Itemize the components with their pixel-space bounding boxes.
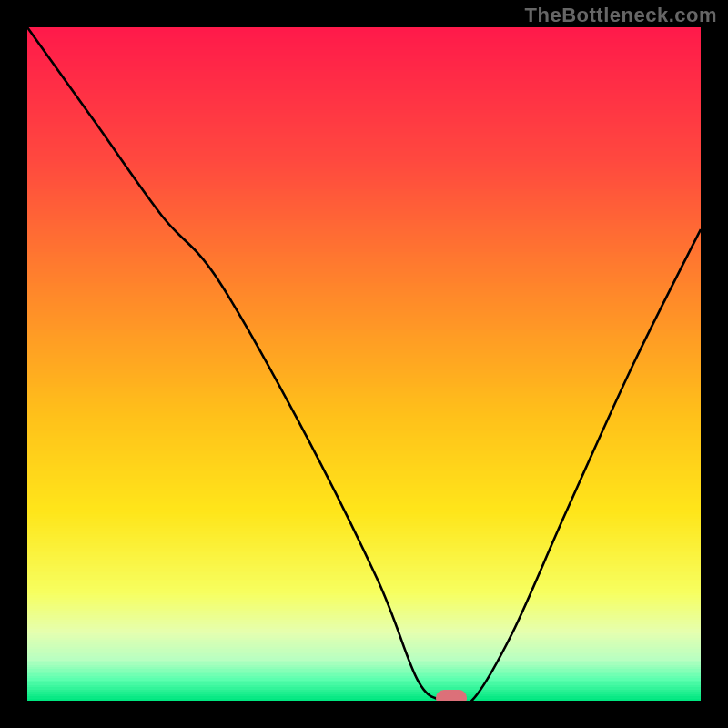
- bottleneck-curve: [27, 27, 701, 701]
- chart-frame: TheBottleneck.com: [0, 0, 728, 728]
- optimum-marker: [436, 690, 467, 701]
- watermark-text: TheBottleneck.com: [525, 4, 717, 27]
- plot-area: [27, 27, 701, 701]
